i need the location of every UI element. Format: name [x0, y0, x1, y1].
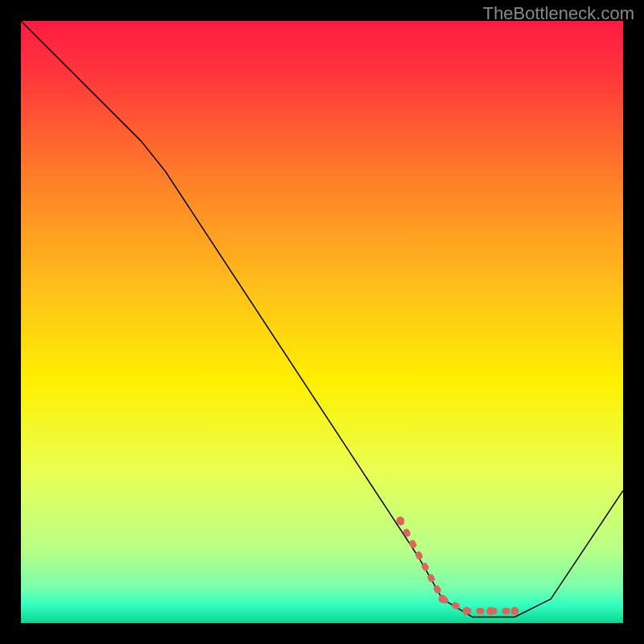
plot-area: [21, 21, 623, 623]
watermark-text: TheBottleneck.com: [483, 3, 634, 24]
highlight-dot: [396, 517, 404, 525]
chart-svg: [21, 21, 623, 623]
highlight-dot: [463, 607, 471, 615]
chart-frame: TheBottleneck.com: [0, 0, 644, 644]
highlight-dot: [486, 607, 494, 615]
highlight-dot: [510, 607, 518, 615]
highlight-dot: [439, 595, 447, 603]
